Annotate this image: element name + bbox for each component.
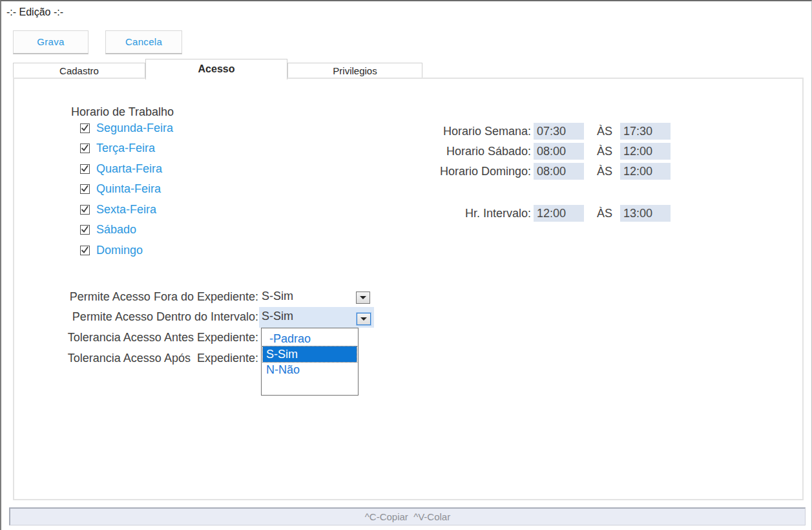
day-row-quarta: Quarta-Feira [80, 162, 162, 176]
window-title: -:- Edição -:- [6, 6, 63, 18]
check-icon [80, 246, 89, 255]
checkbox-terca[interactable] [80, 143, 90, 153]
tab-privilegios[interactable]: Privilegios [287, 63, 422, 78]
time-row-label: Horario Domingo: [389, 163, 531, 180]
day-label[interactable]: Sábado [96, 223, 136, 237]
as-label: ÀS [597, 163, 612, 180]
fora-expediente-value[interactable]: S-Sim [262, 290, 293, 303]
cancel-button[interactable]: Cancela [105, 30, 182, 54]
day-label[interactable]: Segunda-Feira [96, 122, 173, 135]
day-row-domingo: Domingo [80, 243, 143, 257]
day-row-sabado: Sábado [80, 222, 136, 237]
as-label: ÀS [597, 143, 612, 160]
checkbox-quarta[interactable] [80, 164, 90, 174]
day-row-quinta: Quinta-Feira [80, 182, 161, 196]
fora-expediente-dropdown-button[interactable] [356, 292, 370, 304]
day-label[interactable]: Quarta-Feira [96, 162, 162, 176]
dropdown-option-padrao[interactable]: -Padrao [262, 331, 358, 346]
day-row-segunda: Segunda-Feira [80, 121, 173, 135]
time-to-field[interactable]: 13:00 [620, 205, 671, 222]
day-label[interactable]: Terça-Feira [96, 142, 155, 155]
as-label: ÀS [597, 205, 612, 222]
dropdown-arrow-icon [360, 296, 366, 299]
check-icon [80, 225, 89, 234]
time-from-field[interactable]: 08:00 [534, 143, 584, 160]
dentro-intervalo-dropdown-button[interactable] [357, 313, 371, 325]
dropdown-option-nao[interactable]: N-Não [262, 362, 358, 377]
day-row-sexta: Sexta-Feira [80, 202, 156, 217]
status-bar: ^C-Copiar ^V-Colar [9, 507, 806, 525]
time-row-label: Horario Semana: [389, 123, 531, 140]
time-to-field[interactable]: 12:00 [620, 143, 671, 160]
time-from-field[interactable]: 08:00 [534, 163, 584, 180]
dentro-intervalo-value[interactable]: S-Sim [262, 310, 293, 323]
time-row-label: Hr. Intervalo: [389, 205, 531, 222]
time-from-field[interactable]: 12:00 [534, 205, 584, 222]
tab-cadastro[interactable]: Cadastro [13, 63, 145, 78]
check-icon [80, 164, 89, 173]
tab-acesso[interactable]: Acesso [145, 59, 287, 80]
checkbox-domingo[interactable] [80, 246, 90, 255]
check-icon [80, 143, 89, 153]
check-icon [80, 205, 89, 214]
time-to-field[interactable]: 12:00 [620, 163, 671, 180]
day-label[interactable]: Sexta-Feira [96, 203, 156, 217]
save-button[interactable]: Grava [13, 30, 88, 54]
checkbox-sabado[interactable] [80, 225, 90, 235]
day-label[interactable]: Quinta-Feira [96, 182, 161, 196]
dropdown-arrow-icon [360, 317, 367, 321]
check-icon [80, 184, 89, 193]
time-row-label: Horario Sábado: [389, 143, 531, 160]
work-schedule-title: Horario de Trabalho [71, 105, 174, 119]
checkbox-sexta[interactable] [80, 205, 90, 215]
time-from-field[interactable]: 07:30 [534, 123, 584, 140]
checkbox-segunda[interactable] [80, 123, 90, 133]
edit-window: -:- Edição -:- Grava Cancela Cadastro Ac… [0, 0, 812, 530]
dentro-intervalo-label: Permite Acesso Dentro do Intervalo: [14, 310, 258, 324]
day-row-terca: Terça-Feira [80, 141, 155, 155]
dropdown-option-sim[interactable]: S-Sim [263, 346, 357, 362]
as-label: ÀS [597, 123, 612, 140]
fora-expediente-label: Permite Acesso Fora do Expediente: [14, 290, 258, 304]
day-label[interactable]: Domingo [96, 244, 143, 257]
tolerancia-apos-label: Tolerancia Acesso Após Expediente: [14, 352, 258, 365]
check-icon [80, 123, 89, 132]
dropdown-list: -Padrao S-Sim N-Não [261, 328, 359, 396]
checkbox-quinta[interactable] [80, 184, 90, 194]
time-to-field[interactable]: 17:30 [620, 123, 671, 140]
tolerancia-antes-label: Tolerancia Acesso Antes Expediente: [14, 331, 258, 344]
